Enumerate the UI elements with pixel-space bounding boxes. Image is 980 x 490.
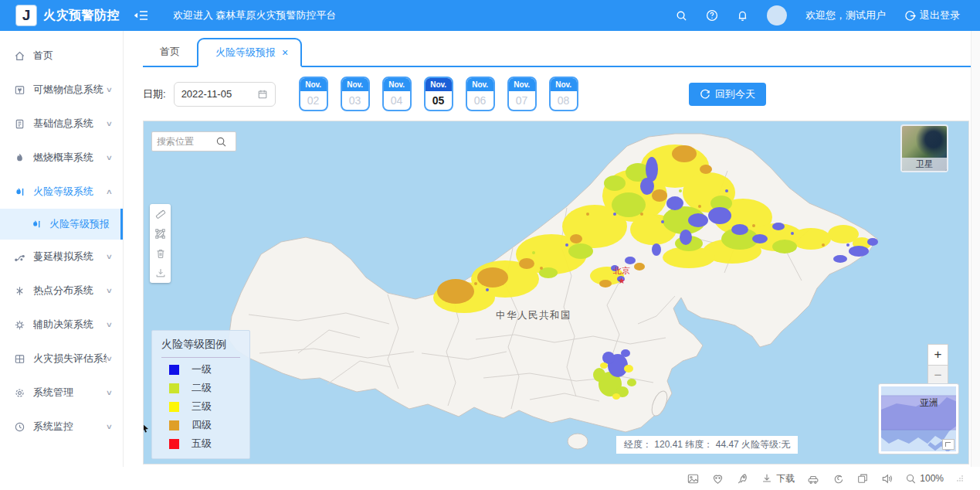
mouse-cursor bbox=[143, 424, 149, 433]
date-card-nov-02[interactable]: Nov.02 bbox=[299, 77, 328, 111]
welcome-text: 欢迎进入 森林草原火灾预警防控平台 bbox=[173, 9, 337, 22]
avatar[interactable] bbox=[767, 5, 787, 26]
sidebar-item-loss-assessment[interactable]: 火灾损失评估系统 ∨ bbox=[0, 342, 123, 376]
china-map: 中华人民共和国 北京 ★ bbox=[144, 121, 969, 464]
legend-item-level1: 一级 bbox=[161, 362, 240, 376]
flame-gauge-icon bbox=[31, 219, 43, 230]
sidebar-subitem-fire-risk-forecast[interactable]: 火险等级预报 bbox=[0, 209, 123, 240]
sidebar-collapse-icon[interactable] bbox=[134, 9, 148, 22]
page-zoom-indicator[interactable]: 100% bbox=[905, 473, 944, 485]
date-card-nov-08[interactable]: Nov.08 bbox=[549, 77, 578, 111]
calendar-icon bbox=[257, 89, 268, 100]
legend-swatch bbox=[169, 365, 179, 375]
swirl-icon[interactable] bbox=[832, 472, 845, 485]
date-label: 日期: bbox=[143, 87, 166, 101]
date-input[interactable] bbox=[181, 88, 253, 100]
help-icon[interactable] bbox=[706, 9, 718, 22]
date-card-nov-04[interactable]: Nov.04 bbox=[382, 77, 412, 111]
logo-letter: J bbox=[22, 7, 31, 24]
country-label: 中华人民共和国 bbox=[496, 310, 571, 321]
monitor-icon bbox=[14, 421, 26, 433]
satellite-layer-label: 卫星 bbox=[902, 158, 947, 171]
legend-item-level3: 三级 bbox=[161, 400, 240, 413]
beijing-star-icon: ★ bbox=[618, 276, 626, 285]
car-icon[interactable] bbox=[806, 472, 820, 485]
overview-map[interactable]: 亚洲 bbox=[878, 383, 959, 454]
delete-trash-icon[interactable] bbox=[153, 246, 168, 260]
satellite-layer-toggle[interactable]: 卫星 bbox=[900, 124, 948, 172]
tab-close-icon[interactable]: × bbox=[282, 47, 288, 58]
map-tool-palette bbox=[150, 204, 171, 283]
overlap-windows-icon[interactable] bbox=[856, 472, 869, 485]
hotspot-icon bbox=[14, 285, 26, 297]
back-to-today-button[interactable]: 回到今天 bbox=[689, 83, 766, 106]
overview-region-label: 亚洲 bbox=[920, 397, 938, 408]
emoji-heart-icon[interactable] bbox=[711, 472, 724, 485]
map-legend: 火险等级图例 一级 二级 三级 四级 五级 bbox=[151, 330, 250, 459]
sidebar-item-spread-simulation[interactable]: 蔓延模拟系统 ∨ bbox=[0, 240, 123, 274]
refresh-icon bbox=[700, 89, 710, 100]
sidebar-item-decision-support[interactable]: 辅助决策系统 ∨ bbox=[0, 308, 123, 342]
main-content: 首页 火险等级预报 × 日期: Nov.02 Nov.03 Nov.04 Nov… bbox=[124, 31, 971, 467]
app-window: J 火灾预警防控 欢迎进入 森林草原火灾预警防控平台 欢迎您，测试用户 bbox=[0, 0, 980, 490]
date-picker[interactable] bbox=[174, 82, 276, 107]
sidebar: 首页 可燃物信息系统 ∨ 基础信息系统 ∨ 燃烧概率系统 ∨ 火险等级系统 bbox=[0, 31, 124, 467]
draw-polygon-icon[interactable] bbox=[153, 226, 168, 241]
legend-item-level2: 二级 bbox=[161, 381, 240, 395]
date-card-nov-07[interactable]: Nov.07 bbox=[507, 77, 537, 111]
scrollbar[interactable] bbox=[971, 31, 980, 467]
legend-item-level4: 四级 bbox=[161, 418, 240, 432]
download-button[interactable]: 下载 bbox=[761, 472, 795, 485]
zoom-out-button[interactable]: − bbox=[927, 365, 948, 386]
download-icon[interactable] bbox=[153, 265, 168, 280]
sidebar-item-system-management[interactable]: 系统管理 ∨ bbox=[0, 376, 123, 410]
sidebar-item-system-monitoring[interactable]: 系统监控 ∨ bbox=[0, 410, 123, 444]
magnifier-icon bbox=[905, 473, 917, 485]
sidebar-item-burn-probability[interactable]: 燃烧概率系统 ∨ bbox=[0, 141, 123, 175]
app-title: 火灾预警防控 bbox=[43, 8, 120, 24]
screenshot-image-icon[interactable] bbox=[687, 472, 700, 485]
flame-icon bbox=[14, 152, 26, 164]
logout-button[interactable]: 退出登录 bbox=[904, 9, 960, 22]
speaker-icon[interactable] bbox=[880, 472, 894, 485]
logout-icon bbox=[904, 10, 916, 22]
sidebar-item-fire-risk-system[interactable]: 火险等级系统 ∧ bbox=[0, 175, 123, 209]
tab-fire-risk-forecast[interactable]: 火险等级预报 × bbox=[197, 38, 302, 67]
beijing-label: 北京 bbox=[612, 266, 630, 275]
document-icon bbox=[14, 118, 26, 130]
legend-swatch bbox=[169, 383, 179, 393]
legend-swatch bbox=[169, 402, 179, 412]
date-card-nov-06[interactable]: Nov.06 bbox=[466, 77, 495, 111]
search-icon[interactable] bbox=[676, 10, 687, 22]
zoom-in-button[interactable]: + bbox=[927, 344, 948, 365]
date-card-nov-03[interactable]: Nov.03 bbox=[341, 77, 370, 111]
app-body: 首页 可燃物信息系统 ∨ 基础信息系统 ∨ 燃烧概率系统 ∨ 火险等级系统 bbox=[0, 31, 980, 467]
tab-home[interactable]: 首页 bbox=[143, 38, 197, 66]
date-card-list: Nov.02 Nov.03 Nov.04 Nov.05 Nov.06 Nov.0… bbox=[299, 77, 578, 111]
measure-ruler-icon[interactable] bbox=[153, 207, 168, 222]
legend-swatch bbox=[169, 420, 179, 430]
map-zoom-controls: + − bbox=[927, 344, 948, 386]
window-resize-handle[interactable] bbox=[957, 475, 963, 481]
overview-collapse-icon[interactable] bbox=[942, 439, 955, 450]
search-icon[interactable] bbox=[215, 136, 227, 148]
sidebar-item-home[interactable]: 首页 bbox=[0, 39, 123, 73]
header-actions: 欢迎您，测试用户 退出登录 bbox=[676, 5, 980, 26]
bottom-toolbar: 下载 100% bbox=[0, 467, 980, 490]
notification-bell-icon[interactable] bbox=[737, 9, 748, 22]
sidebar-item-hotspot-distribution[interactable]: 热点分布系统 ∨ bbox=[0, 274, 123, 308]
flame-gauge-icon bbox=[14, 186, 26, 198]
sidebar-item-basic-info[interactable]: 基础信息系统 ∨ bbox=[0, 107, 123, 141]
legend-title: 火险等级图例 bbox=[161, 338, 240, 358]
top-header: J 火灾预警防控 欢迎进入 森林草原火灾预警防控平台 欢迎您，测试用户 bbox=[0, 0, 980, 31]
rocket-icon[interactable] bbox=[736, 472, 749, 485]
map-canvas[interactable]: 中华人民共和国 北京 ★ 卫星 bbox=[143, 121, 969, 464]
decision-icon bbox=[14, 319, 26, 331]
date-card-nov-05[interactable]: Nov.05 bbox=[424, 77, 453, 111]
coordinate-status-bar: 经度： 120.41 纬度： 44.47 火险等级:无 bbox=[616, 436, 798, 454]
sidebar-item-fuel-info[interactable]: 可燃物信息系统 ∨ bbox=[0, 73, 123, 107]
assessment-icon bbox=[14, 353, 26, 365]
map-search-box[interactable] bbox=[151, 131, 236, 151]
legend-item-level5: 五级 bbox=[161, 437, 240, 451]
map-search-input[interactable] bbox=[157, 136, 215, 147]
